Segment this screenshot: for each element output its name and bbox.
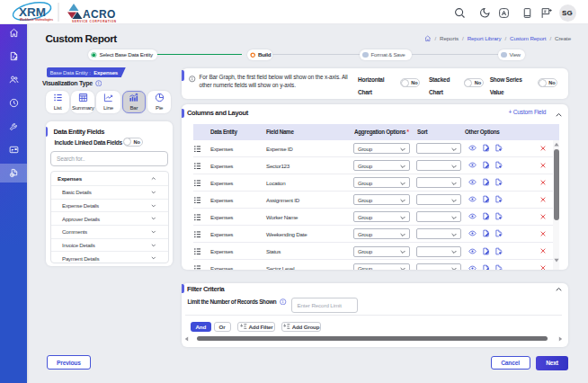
svg-text:Workforce Technologies: Workforce Technologies — [20, 18, 53, 22]
svg-text:SERVICE CORPORATION: SERVICE CORPORATION — [72, 20, 117, 23]
